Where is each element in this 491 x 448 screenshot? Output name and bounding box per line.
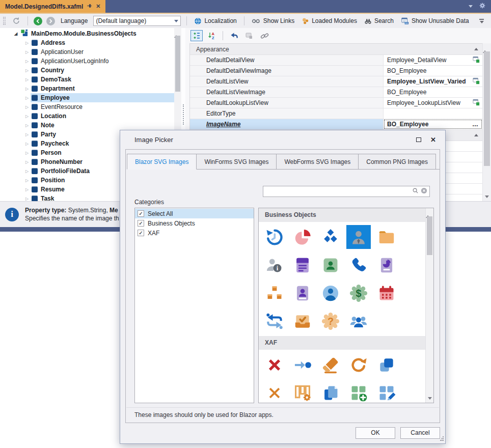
show-unusable-data-button[interactable]: XML Show Unusable Data — [399, 16, 471, 26]
property-label-cell[interactable]: DefaultDetailViewImage — [190, 66, 384, 76]
scroll-down-icon[interactable] — [485, 195, 489, 198]
back-button[interactable] — [34, 17, 42, 25]
packages-icon[interactable] — [262, 281, 287, 305]
swap-arrows-icon[interactable] — [262, 309, 287, 333]
collapsed-chevron-icon[interactable]: ▷ — [23, 59, 31, 64]
clear-search-icon[interactable] — [421, 187, 427, 195]
link-button[interactable] — [258, 30, 270, 41]
collapse-category-icon[interactable] — [474, 134, 478, 136]
property-row-defaultlistviewimage[interactable]: DefaultListViewImageBO_Employee — [190, 87, 482, 98]
show-links-button[interactable]: Show Links — [250, 16, 296, 25]
team-icon[interactable] — [346, 309, 371, 333]
tab-winforms-svg-images[interactable]: WinForms SVG Images — [196, 154, 277, 169]
ok-button[interactable]: OK — [356, 427, 395, 439]
document-tab[interactable]: Model.DesignedDiffs.xafml ✕ — [0, 0, 105, 13]
tab-webforms-svg-images[interactable]: WebForms SVG Images — [276, 154, 359, 169]
squares-add-icon[interactable] — [346, 381, 371, 403]
property-value-cell[interactable]: Employee_ListView_Varied — [384, 76, 482, 87]
contact-card-icon[interactable] — [318, 253, 343, 277]
window-menu-caret-icon[interactable] — [469, 5, 473, 8]
property-label-cell[interactable]: DefaultListViewImage — [190, 87, 384, 97]
property-row-defaultdetailview[interactable]: DefaultDetailViewEmployee_DetailView — [190, 55, 482, 66]
gallery-scrollbar[interactable] — [425, 208, 433, 403]
folder-icon[interactable] — [374, 225, 399, 249]
toolbar-grip[interactable] — [3, 17, 6, 25]
collapsed-chevron-icon[interactable]: ▷ — [23, 114, 31, 119]
person-info-icon[interactable]: i — [262, 253, 287, 277]
pin-icon[interactable] — [87, 3, 92, 10]
gallery-scrollbar-thumb[interactable] — [427, 216, 432, 255]
kanban-gear-icon[interactable] — [290, 381, 315, 403]
tree-node-eventresource[interactable]: ▷EventResource — [0, 102, 174, 111]
collapsed-chevron-icon[interactable]: ▷ — [23, 197, 31, 201]
tree-node-demotask[interactable]: ▷DemoTask — [0, 75, 174, 84]
ellipsis-button[interactable]: … — [472, 121, 480, 128]
property-label-cell[interactable]: EditorType — [190, 108, 384, 119]
category-item-business-objects[interactable]: ✓Business Objects — [135, 218, 254, 228]
close-orange-icon[interactable] — [262, 381, 287, 403]
property-value-cell[interactable]: BO_Employee — [384, 87, 482, 97]
collapsed-chevron-icon[interactable]: ▷ — [23, 169, 31, 174]
checkbox-checked-icon[interactable]: ✓ — [138, 230, 144, 236]
close-tab-icon[interactable]: ✕ — [96, 3, 100, 10]
tree-node-root[interactable]: ◢MainDemo.Module.BusinessObjects — [0, 29, 174, 38]
collapsed-chevron-icon[interactable]: ▷ — [23, 105, 31, 109]
property-label-cell[interactable]: DefaultListView — [190, 76, 384, 87]
copy-docs-icon[interactable] — [318, 381, 343, 403]
property-grid-scrollbar[interactable] — [482, 43, 491, 201]
note-icon[interactable] — [290, 253, 315, 277]
open-view-icon[interactable] — [473, 56, 480, 65]
tree-node-applicationuserlogininfo[interactable]: ▷ApplicationUserLoginInfo — [0, 57, 174, 66]
property-value-cell[interactable]: Employee_LookupListView — [384, 98, 482, 108]
pie-chart-icon[interactable] — [290, 225, 315, 249]
history-icon[interactable] — [262, 225, 287, 249]
search-box[interactable] — [263, 186, 430, 197]
collapsed-chevron-icon[interactable]: ▷ — [23, 96, 31, 100]
squares-edit-icon[interactable] — [374, 381, 399, 403]
category-item-xaf[interactable]: ✓XAF — [135, 228, 254, 238]
property-row-imagename[interactable]: ImageNameBO_Employee… — [190, 119, 482, 130]
tree-node-note[interactable]: ▷Note — [0, 121, 174, 130]
collapsed-chevron-icon[interactable]: ▷ — [23, 123, 31, 128]
employee-icon[interactable] — [346, 225, 371, 249]
forward-button[interactable] — [46, 17, 55, 25]
open-view-icon[interactable] — [473, 77, 480, 86]
property-value-cell[interactable] — [384, 108, 482, 119]
collapsed-chevron-icon[interactable]: ▷ — [23, 50, 31, 54]
dialog-titlebar[interactable]: Image Picker ✕ — [120, 130, 445, 149]
collapsed-chevron-icon[interactable]: ▷ — [23, 187, 31, 192]
property-row-defaultlistview[interactable]: DefaultListViewEmployee_ListView_Varied — [190, 76, 482, 87]
alphabetical-sort-button[interactable]: AZ — [206, 30, 218, 41]
category-header-appearance[interactable]: Appearance — [190, 44, 482, 55]
cancel-button[interactable]: Cancel — [400, 427, 440, 439]
property-value-cell[interactable]: BO_Employee — [384, 66, 482, 76]
collapsed-chevron-icon[interactable]: ▷ — [23, 77, 31, 82]
categorized-view-button[interactable] — [190, 30, 203, 41]
category-item-select-all[interactable]: ✓Select All — [135, 209, 254, 218]
tree-node-department[interactable]: ▷Department — [0, 84, 174, 93]
collapse-category-icon[interactable] — [474, 48, 478, 50]
expanded-chevron-icon[interactable]: ◢ — [12, 31, 19, 36]
avatar-icon[interactable] — [318, 281, 343, 305]
property-label-cell[interactable]: ImageName — [190, 119, 384, 129]
collapsed-chevron-icon[interactable]: ▷ — [23, 160, 31, 164]
resize-grip[interactable] — [439, 435, 444, 442]
tab-common-png-images[interactable]: Common PNG Images — [358, 154, 436, 169]
property-value-cell[interactable]: Employee_DetailView — [384, 55, 482, 65]
property-row-editortype[interactable]: EditorType — [190, 108, 482, 119]
calendar-icon[interactable] — [374, 281, 399, 305]
maximize-icon[interactable] — [416, 137, 421, 142]
scroll-down-icon[interactable] — [428, 397, 432, 400]
localization-button[interactable]: Localization — [193, 16, 238, 26]
collapsed-chevron-icon[interactable]: ▷ — [23, 87, 31, 91]
property-row-defaultlookuplistview[interactable]: DefaultLookupListViewEmployee_LookupList… — [190, 98, 482, 108]
property-label-cell[interactable]: DefaultLookupListView — [190, 98, 384, 108]
checkbox-checked-icon[interactable]: ✓ — [138, 220, 144, 227]
tree-node-country[interactable]: ▷Country — [0, 66, 174, 75]
copy-icon[interactable] — [374, 353, 399, 377]
tab-blazor-svg-images[interactable]: Blazor SVG Images — [127, 154, 197, 170]
collapsed-chevron-icon[interactable]: ▷ — [23, 41, 31, 45]
inbox-check-icon[interactable] — [290, 309, 315, 333]
eraser-icon[interactable] — [318, 353, 343, 377]
close-icon[interactable]: ✕ — [430, 136, 436, 143]
